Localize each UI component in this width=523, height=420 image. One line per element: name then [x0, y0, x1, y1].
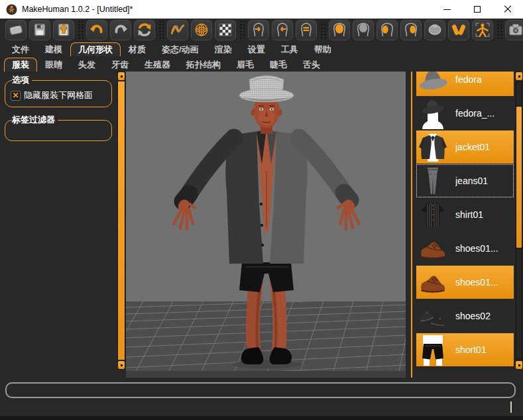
face-front-view-button[interactable]: [329, 20, 350, 40]
minimize-button[interactable]: [432, 0, 462, 19]
reload-icon: [137, 22, 152, 38]
tab-utilities[interactable]: 工具: [273, 42, 306, 56]
thumbnail-shorts: [417, 334, 449, 366]
load-icon: [8, 22, 24, 38]
status-text-cursor: [510, 401, 512, 413]
close-icon: [504, 5, 512, 13]
feet-icon: [451, 22, 467, 38]
hide-faces-checkbox-row[interactable]: 隐藏服装下网格面: [11, 89, 107, 101]
options-groupbox: 选项 隐藏服装下网格面: [5, 74, 112, 107]
list-item-shoes01a[interactable]: shoes01...: [416, 232, 514, 265]
front-view-button[interactable]: [296, 20, 317, 40]
viewport-3d[interactable]: [126, 72, 406, 378]
subtab-hair[interactable]: 头发: [70, 58, 103, 72]
camera-icon: [508, 22, 523, 38]
list-item-fedora2[interactable]: fedora_...: [416, 97, 514, 130]
rotate-left-view-button[interactable]: [272, 20, 293, 40]
thumbnail-shirt: [417, 199, 449, 231]
right-panel-slider[interactable]: [411, 72, 412, 378]
load-button[interactable]: [5, 20, 27, 40]
tab-settings[interactable]: 设置: [240, 42, 273, 56]
makehuman-window: MakeHuman 1.0.2 - [Untitled]*: [0, 0, 523, 420]
screenshot-button[interactable]: [505, 20, 523, 40]
thumbnail-jeans: [417, 165, 449, 197]
list-item-shoes01b[interactable]: shoes01...: [416, 266, 514, 299]
redo-button[interactable]: [110, 20, 131, 40]
progress-bar: [5, 382, 516, 398]
smooth-toggle-button[interactable]: [167, 20, 188, 40]
thumbnail-sneakers: [417, 300, 449, 332]
export-icon: [56, 22, 72, 38]
list-item-shoes02[interactable]: shoes02: [416, 299, 514, 333]
clothes-list-scrollbar[interactable]: [514, 72, 523, 378]
undo-button[interactable]: [86, 20, 107, 40]
scroll-up-button[interactable]: [515, 72, 523, 81]
minimize-icon: [443, 9, 451, 10]
subtab-tongue[interactable]: 舌头: [295, 58, 328, 72]
smooth-curve-icon: [170, 22, 186, 38]
wireframe-toggle-button[interactable]: [191, 20, 212, 40]
toolbar-separator: [239, 19, 245, 40]
subtab-clothes[interactable]: 服装: [4, 58, 37, 72]
left-slider-bottom-handle[interactable]: [117, 360, 125, 370]
tab-materials[interactable]: 材质: [121, 42, 154, 56]
left-panel-slider[interactable]: [117, 72, 126, 378]
toolbar-separator: [158, 19, 164, 40]
item-label: shirt01: [455, 209, 483, 220]
tab-rendering[interactable]: 渲染: [207, 42, 240, 56]
tab-help[interactable]: 帮助: [306, 42, 339, 56]
item-label: fedora_...: [455, 108, 494, 119]
subtab-eyes[interactable]: 眼睛: [37, 58, 70, 72]
tag-filter-groupbox: 标签过滤器: [5, 114, 112, 141]
reload-button[interactable]: [134, 20, 155, 40]
head-arrow-right-icon: [251, 22, 266, 38]
body-view-button[interactable]: [472, 20, 493, 40]
rotate-right-view-button[interactable]: [248, 20, 269, 40]
tag-filter-title: 标签过滤器: [12, 114, 58, 126]
left-slider-top-handle[interactable]: [117, 72, 125, 81]
left-panel: 选项 隐藏服装下网格面 标签过滤器: [0, 72, 117, 378]
tab-pose-animate[interactable]: 姿态/动画: [154, 42, 207, 56]
list-item-jacket01[interactable]: jacket01: [416, 131, 514, 164]
face-left-view-button[interactable]: [377, 20, 398, 40]
feet-view-button[interactable]: [448, 20, 469, 40]
tab-files[interactable]: 文件: [4, 42, 37, 56]
head-top-icon: [427, 22, 443, 38]
list-item-jeans01[interactable]: jeans01: [416, 164, 514, 197]
thumbnail-brown-shoe: [417, 266, 449, 298]
hide-faces-checkbox[interactable]: [11, 91, 21, 101]
maximize-button[interactable]: [462, 0, 493, 19]
list-item-short01[interactable]: short01: [416, 333, 514, 366]
background-toggle-button[interactable]: [215, 20, 236, 40]
subtab-genitals[interactable]: 生殖器: [137, 58, 178, 72]
subtab-eyebrows[interactable]: 眉毛: [229, 58, 262, 72]
hide-faces-label: 隐藏服装下网格面: [24, 89, 93, 101]
scroll-down-button[interactable]: [515, 360, 523, 370]
undo-icon: [89, 22, 105, 38]
list-item-shirt01[interactable]: shirt01: [416, 198, 514, 231]
toolbar-separator: [496, 19, 502, 40]
list-item-fedora[interactable]: fedora: [416, 72, 514, 96]
export-button[interactable]: [53, 20, 74, 40]
close-button[interactable]: [493, 0, 523, 19]
subtab-topology[interactable]: 拓扑结构: [178, 58, 229, 72]
tab-modelling[interactable]: 建模: [37, 42, 70, 56]
head-arrow-left-icon: [274, 22, 290, 38]
top-view-button[interactable]: [424, 20, 445, 40]
scrollbar-thumb[interactable]: [516, 106, 522, 248]
subtab-teeth[interactable]: 牙齿: [103, 58, 137, 72]
thumbnail-brown-shoe: [417, 233, 449, 264]
save-icon: [32, 22, 48, 38]
item-label: short01: [455, 344, 487, 355]
viewport-3d-scene[interactable]: [126, 72, 406, 378]
left-slider-bar[interactable]: [117, 81, 125, 360]
item-label: shoes01...: [455, 243, 498, 254]
title-bar[interactable]: MakeHuman 1.0.2 - [Untitled]*: [0, 0, 523, 19]
item-label: shoes01...: [455, 277, 498, 288]
tab-geometries[interactable]: 几何形状: [70, 42, 121, 56]
save-button[interactable]: [29, 20, 50, 40]
face-back-view-button[interactable]: [353, 20, 374, 40]
face-right-view-button[interactable]: [400, 20, 422, 40]
toolbar-separator: [77, 19, 84, 40]
subtab-eyelashes[interactable]: 睫毛: [262, 58, 295, 72]
